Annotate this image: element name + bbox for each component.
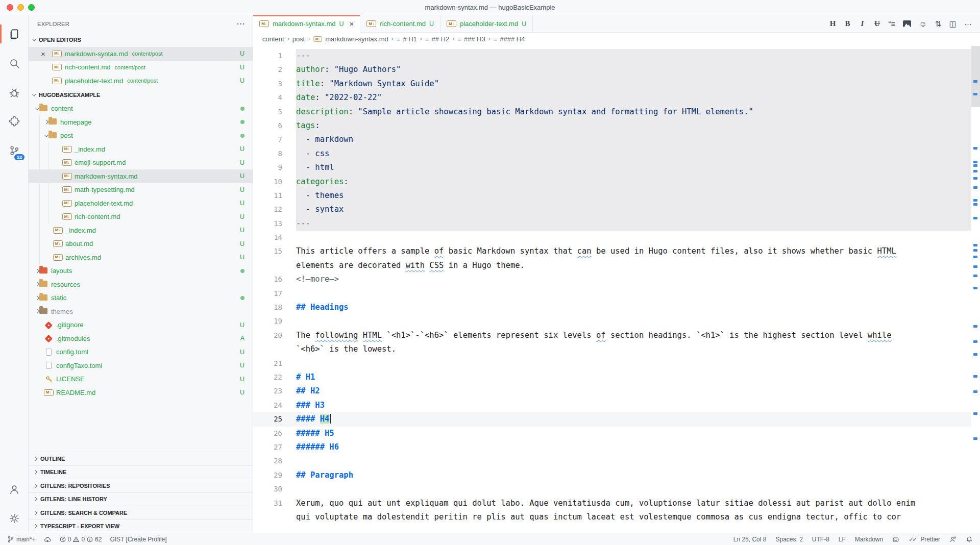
tree-item-config-toml[interactable]: config.tomlU (29, 345, 253, 359)
breadcrumb-item[interactable]: post (292, 35, 305, 43)
breadcrumb-item[interactable]: ≡## H2 (425, 35, 449, 43)
workspace-root-header[interactable]: HUGOBASICEXAMPLE (29, 88, 253, 102)
tree-item-rich-content-md[interactable]: M↓rich-content.mdU (29, 210, 253, 224)
code-line[interactable]: 1--- (253, 49, 971, 63)
open-editors-header[interactable]: OPEN EDITORS (29, 33, 253, 47)
code-line[interactable]: 13--- (253, 217, 971, 231)
code-line[interactable]: 9 - html (253, 161, 971, 175)
code-line[interactable]: 4date: "2022-02-22" (253, 91, 971, 105)
italic-icon[interactable]: I (859, 19, 866, 28)
heading-icon[interactable]: H (829, 19, 836, 28)
tree-item-themes[interactable]: themes (29, 305, 253, 318)
bell-icon[interactable] (966, 536, 973, 543)
views-more-actions-icon[interactable]: ··· (237, 20, 246, 28)
more-icon[interactable]: ··· (964, 19, 972, 28)
code-line[interactable]: 25#### H4 (253, 412, 971, 426)
tree-item-emoji-support-md[interactable]: M↓emoji-support.mdU (29, 156, 253, 170)
panel-gitlens-search-compare[interactable]: GITLENS: SEARCH & COMPARE (29, 506, 253, 519)
panel-outline[interactable]: OUTLINE (29, 452, 253, 465)
tree-item-README-md[interactable]: M↓README.mdU (29, 386, 253, 400)
tree-item-static[interactable]: static (29, 291, 253, 305)
strikethrough-icon[interactable]: U (873, 19, 880, 28)
close-editor-icon[interactable]: × (41, 50, 45, 58)
panel-gitlens-repositories[interactable]: GITLENS: REPOSITORIES (29, 479, 253, 492)
tab-markdown-syntax.md[interactable]: M↓markdown-syntax.mdU× (253, 15, 360, 32)
breadcrumb-item[interactable]: M↓markdown-syntax.md (313, 35, 388, 43)
breadcrumb-item[interactable]: content (262, 35, 284, 43)
image-icon[interactable] (903, 20, 911, 27)
tree-item-post[interactable]: post (29, 129, 253, 143)
breadcrumb-item[interactable]: ≡### H3 (457, 35, 485, 43)
code-line[interactable]: 21 (253, 357, 971, 370)
explorer-icon[interactable] (0, 19, 28, 48)
breadcrumb-item[interactable]: ≡#### H4 (494, 35, 525, 43)
code-line[interactable]: elements are decorated with CSS in a Hug… (253, 259, 971, 272)
code-line[interactable]: 26##### H5 (253, 427, 971, 440)
tree-item--index-md[interactable]: M↓_index.mdU (29, 142, 253, 156)
tree-item--gitmodules[interactable]: .gitmodulesA (29, 332, 253, 345)
tree-item-resources[interactable]: resources (29, 278, 253, 291)
panel-timeline[interactable]: TIMELINE (29, 465, 253, 479)
tree-item-homepage[interactable]: homepage (29, 115, 253, 129)
code-line[interactable]: 31Xerum, quo qui aut unt expliquam qui d… (253, 497, 971, 510)
code-line[interactable]: 2author: "Hugo Authors" (253, 63, 971, 77)
code-line[interactable]: 29## Paragraph (253, 468, 971, 482)
code-line[interactable]: 23## H2 (253, 384, 971, 398)
code-line[interactable]: 16<!—more—> (253, 272, 971, 286)
settings-gear-icon[interactable] (0, 504, 28, 533)
overview-ruler[interactable] (971, 45, 980, 533)
tab-placeholder-text.md[interactable]: M↓placeholder-text.mdU (440, 15, 533, 32)
code-line[interactable]: 6tags: (253, 119, 971, 133)
encoding-status[interactable]: UTF-8 (812, 536, 829, 543)
code-line[interactable]: 5description: "Sample article showcasing… (253, 105, 971, 119)
tree-item-markdown-syntax-md[interactable]: M↓markdown-syntax.mdU (29, 169, 253, 183)
minimize-window-button[interactable] (17, 4, 24, 11)
code-line[interactable]: 22# H1 (253, 370, 971, 384)
publish-cloud-icon[interactable] (44, 536, 51, 543)
eol-status[interactable]: LF (839, 536, 846, 543)
maximize-window-button[interactable] (28, 4, 35, 11)
code-line[interactable]: 3title: "Markdown Syntax Guide" (253, 77, 971, 91)
emoji-icon[interactable]: ☺ (919, 19, 926, 28)
code-line[interactable]: 19 (253, 314, 971, 328)
breadcrumb-item[interactable]: ≡# H1 (397, 35, 417, 43)
code-line[interactable]: 20The following HTML `<h1>`-`<h6>` eleme… (253, 329, 971, 342)
tree-item--gitignore[interactable]: .gitignoreU (29, 318, 253, 332)
source-control-icon[interactable]: 22 (0, 136, 28, 165)
problems-status[interactable]: 0062 (59, 536, 102, 543)
open-editor-item[interactable]: M↓rich-content.mdcontent/postU (29, 61, 253, 75)
tree-item--index-md[interactable]: M↓_index.mdU (29, 224, 253, 237)
code-line[interactable]: 8 - css (253, 147, 971, 161)
tree-item-LICENSE[interactable]: LICENSEU (29, 373, 253, 386)
robot-icon[interactable] (892, 536, 899, 543)
code-line[interactable]: 28 (253, 454, 971, 468)
code-line[interactable]: 18## Headings (253, 301, 971, 314)
indentation-status[interactable]: Spaces: 2 (775, 536, 802, 543)
editor[interactable]: 1---2author: "Hugo Authors"3title: "Mark… (253, 45, 980, 533)
panel-typescript-export-view[interactable]: TYPESCRIPT - EXPORT VIEW (29, 519, 253, 533)
open-editor-item[interactable]: M↓placeholder-text.mdcontent/postU (29, 74, 253, 88)
code-line[interactable]: 12 - syntax (253, 203, 971, 216)
tree-item-about-md[interactable]: M↓about.mdU (29, 237, 253, 251)
scrollbar-slider[interactable] (971, 46, 980, 107)
extensions-icon[interactable] (0, 107, 28, 136)
panel-gitlens-line-history[interactable]: GITLENS: LINE HISTORY (29, 492, 253, 506)
code-line[interactable]: `<h6>` is the lowest. (253, 342, 971, 356)
code-line[interactable]: 17 (253, 287, 971, 301)
close-tab-icon[interactable]: × (350, 20, 354, 28)
code-line[interactable]: 10categories: (253, 175, 971, 189)
prettier-status[interactable]: ✓✓Prettier (909, 536, 940, 543)
tab-rich-content.md[interactable]: M↓rich-content.mdU (360, 15, 440, 32)
tree-item-placeholder-text-md[interactable]: M↓placeholder-text.mdU (29, 196, 253, 210)
account-icon[interactable] (0, 475, 28, 504)
tree-item-archives-md[interactable]: M↓archives.mdU (29, 251, 253, 264)
code-line[interactable]: 14 (253, 231, 971, 244)
bold-icon[interactable]: B (844, 19, 851, 28)
open-editor-item[interactable]: ×M↓markdown-syntax.mdcontent/postU (29, 47, 253, 61)
code-line[interactable]: qui voluptate ma dolestendit peritin re … (253, 510, 971, 524)
cursor-position-status[interactable]: Ln 25, Col 8 (733, 536, 767, 543)
close-window-button[interactable] (7, 4, 13, 11)
blockquote-icon[interactable]: “≡ (888, 19, 895, 28)
code-line[interactable]: 11 - themes (253, 189, 971, 203)
gist-profile-status[interactable]: GIST [Create Profile] (110, 536, 166, 543)
